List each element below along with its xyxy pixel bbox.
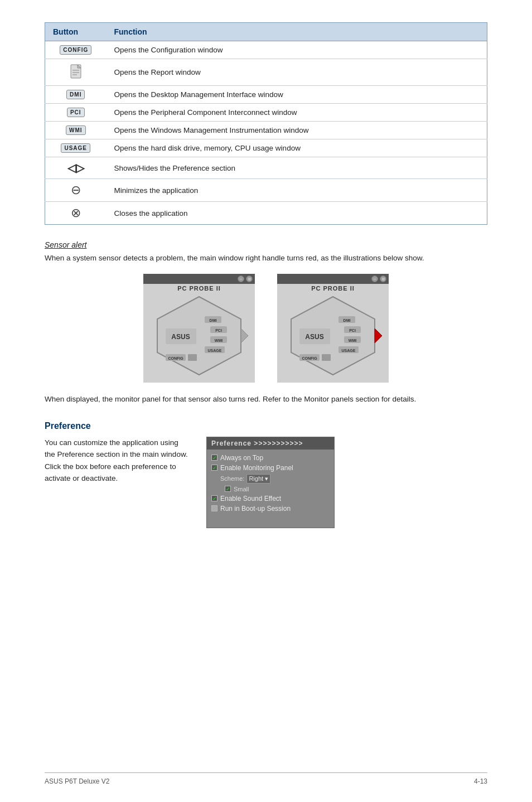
button-cell-3: PCI [45,104,107,122]
button-cell-1 [45,59,107,86]
pref-scheme-label: Scheme: [220,475,244,482]
sensor-after-text: When displayed, the monitor panel for th… [45,394,487,405]
col-function: Function [107,23,487,41]
table-row: WMIOpens the Windows Management Instrume… [45,122,487,139]
svg-text:ASUS: ASUS [171,333,190,341]
button-cell-5: USAGE [45,139,107,157]
button-cell-4: WMI [45,122,107,139]
probe-top-bar-red: − ⊗ [277,274,389,284]
footer-left: ASUS P6T Deluxe V2 [45,777,110,785]
function-cell-5: Opens the hard disk drive, memory, CPU u… [107,139,487,157]
svg-rect-18 [188,354,197,361]
function-cell-7: Minimizes the application [107,179,487,202]
pref-dots: · · · · · · · · · · · · · · [207,514,334,523]
pref-label-small: Small [234,486,249,492]
probe-images-container: − ⊗ PC PROBE II ASUS DMI PCI WMI [45,274,487,383]
pref-checkbox-bootup [211,505,217,511]
preference-section: Preference You can customize the applica… [45,421,487,528]
button-badge-wmi: WMI [66,125,86,135]
function-cell-1: Opens the Report window [107,59,487,86]
svg-text:USAGE: USAGE [342,349,356,352]
button-cell-0: CONFIG [45,41,107,59]
table-row: ◁▷Shows/Hides the Preference section [45,157,487,179]
table-row: ⊖Minimizes the application [45,179,487,202]
table-row: DMIOpens the Desktop Management Interfac… [45,86,487,104]
pref-small-row: ✓ Small [207,485,334,494]
close-icon: ⊗ [71,206,81,220]
button-function-table: Button Function CONFIGOpens the Configur… [45,22,487,225]
pref-scheme-value: Right ▾ [246,474,270,484]
button-badge-config: CONFIG [60,45,91,55]
function-cell-0: Opens the Configuration window [107,41,487,59]
function-cell-8: Closes the application [107,202,487,225]
minimize-icon: ⊖ [71,183,81,197]
pref-panel-title: Preference >>>>>>>>>>> [207,437,334,450]
probe-title-normal: PC PROBE II [143,285,255,292]
pref-checkbox-always-on-top: ✓ [211,455,217,461]
pref-checkbox-sound: ✓ [211,495,217,501]
page-footer: ASUS P6T Deluxe V2 4-13 [45,772,487,785]
function-cell-3: Opens the Peripheral Component Interconn… [107,104,487,122]
pref-sound-effect: ✓ Enable Sound Effect [207,494,334,504]
button-badge-pci: PCI [67,108,85,117]
function-cell-6: Shows/Hides the Preference section [107,157,487,179]
probe-close-btn-red: ⊗ [380,276,386,282]
pref-label-sound: Enable Sound Effect [220,495,281,503]
svg-marker-19 [241,328,248,343]
table-row: CONFIGOpens the Configuration window [45,41,487,59]
pref-scheme-row: Scheme: Right ▾ [207,473,334,485]
sensor-alert-text: When a system sensor detects a problem, … [45,253,487,264]
button-cell-6: ◁▷ [45,157,107,179]
probe-minimize-btn-red: − [371,276,378,282]
pref-bootup: Run in Boot-up Session [207,504,334,514]
button-cell-7: ⊖ [45,179,107,202]
probe-widget-normal: − ⊗ PC PROBE II ASUS DMI PCI WMI [143,274,255,383]
pref-label-bootup: Run in Boot-up Session [220,505,291,513]
preference-layout: You can customize the application using … [45,437,487,528]
sensor-alert-section: Sensor alert When a system sensor detect… [45,240,487,405]
svg-text:CONFIG: CONFIG [302,356,317,360]
button-cell-2: DMI [45,86,107,104]
preference-panel: Preference >>>>>>>>>>> ✓ Always on Top ✓… [206,437,335,528]
svg-text:DMI: DMI [344,318,351,322]
probe-title-red: PC PROBE II [277,285,389,292]
pref-label-monitoring: Enable Monitoring Panel [220,464,293,472]
svg-text:PCI: PCI [349,328,356,332]
col-button: Button [45,23,107,41]
button-badge-dmi: DMI [66,90,85,99]
probe-close-btn: ⊗ [246,276,253,282]
footer-right: 4-13 [474,777,487,785]
svg-text:WMI: WMI [349,339,356,342]
preference-description: You can customize the application using … [45,437,190,485]
pref-always-on-top: ✓ Always on Top [207,453,334,463]
table-row: ⊗Closes the application [45,202,487,225]
svg-text:USAGE: USAGE [208,349,222,352]
svg-text:CONFIG: CONFIG [168,356,183,360]
preference-title: Preference [45,421,487,431]
table-row: PCIOpens the Peripheral Component Interc… [45,104,487,122]
pref-enable-monitoring: ✓ Enable Monitoring Panel [207,463,334,473]
svg-text:ASUS: ASUS [305,333,323,341]
pref-checkbox-small: ✓ [225,486,231,492]
function-cell-2: Opens the Desktop Management Interface w… [107,86,487,104]
probe-hex-red: ASUS DMI PCI WMI USAGE CONFIG [277,294,389,377]
svg-text:DMI: DMI [210,318,217,322]
probe-minimize-btn: − [238,276,244,282]
pref-label-always-on-top: Always on Top [220,454,263,462]
table-row: Opens the Report window [45,59,487,86]
svg-text:WMI: WMI [215,339,223,342]
svg-marker-34 [375,328,382,343]
arrow-lr-icon: ◁▷ [67,162,84,174]
probe-widget-red: − ⊗ PC PROBE II ASUS DMI PCI WMI [277,274,389,383]
pref-checkbox-monitoring: ✓ [211,465,217,471]
table-row: USAGEOpens the hard disk drive, memory, … [45,139,487,157]
report-icon [67,63,84,80]
probe-hex-normal: ASUS DMI PCI WMI USAGE CONFIG [143,294,255,377]
button-badge-usage: USAGE [61,143,90,153]
function-cell-4: Opens the Windows Management Instrumenta… [107,122,487,139]
sensor-alert-title: Sensor alert [45,240,487,249]
button-cell-8: ⊗ [45,202,107,225]
probe-top-bar: − ⊗ [143,274,255,284]
svg-rect-33 [322,354,331,361]
svg-text:PCI: PCI [215,328,222,332]
